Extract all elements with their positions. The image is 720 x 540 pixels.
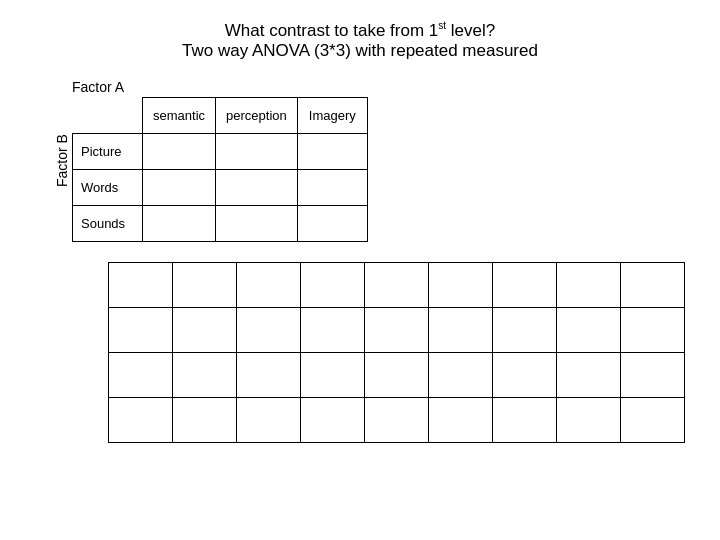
bottom-cell xyxy=(237,307,301,352)
bottom-cell xyxy=(301,307,365,352)
bottom-cell xyxy=(557,262,621,307)
bottom-cell xyxy=(173,397,237,442)
bottom-cell xyxy=(365,307,429,352)
bottom-cell xyxy=(429,397,493,442)
bottom-cell xyxy=(493,397,557,442)
bottom-cell xyxy=(109,397,173,442)
bottom-cell xyxy=(429,262,493,307)
top-section: Factor B Factor A semantic perception Im… xyxy=(50,79,700,242)
cell-picture-imagery xyxy=(297,133,367,169)
bottom-table xyxy=(108,262,685,443)
bottom-cell xyxy=(429,307,493,352)
row-label-words: Words xyxy=(73,169,143,205)
bottom-cell xyxy=(365,397,429,442)
cell-words-imagery xyxy=(297,169,367,205)
header-imagery: Imagery xyxy=(297,97,367,133)
table-corner xyxy=(73,97,143,133)
bottom-cell xyxy=(493,307,557,352)
row-label-picture: Picture xyxy=(73,133,143,169)
anova-table: semantic perception Imagery Picture Word… xyxy=(72,97,368,242)
bottom-cell xyxy=(557,307,621,352)
cell-words-semantic xyxy=(143,169,216,205)
bottom-cell xyxy=(301,397,365,442)
bottom-cell xyxy=(429,352,493,397)
header-perception: perception xyxy=(216,97,298,133)
bottom-cell xyxy=(365,262,429,307)
bottom-cell xyxy=(621,352,685,397)
table-row: Picture xyxy=(73,133,368,169)
bottom-cell xyxy=(557,352,621,397)
bottom-cell xyxy=(621,397,685,442)
bottom-cell xyxy=(237,352,301,397)
bottom-cell xyxy=(237,397,301,442)
cell-picture-semantic xyxy=(143,133,216,169)
top-table-wrapper: Factor A semantic perception Imagery Pic… xyxy=(72,79,368,242)
cell-words-perception xyxy=(216,169,298,205)
bottom-cell xyxy=(109,307,173,352)
table-row: Sounds xyxy=(73,205,368,241)
bottom-grid xyxy=(108,262,700,443)
bottom-cell xyxy=(493,262,557,307)
factor-a-label: Factor A xyxy=(72,79,368,95)
cell-sounds-imagery xyxy=(297,205,367,241)
bottom-cell xyxy=(621,262,685,307)
bottom-cell xyxy=(621,307,685,352)
title-area: What contrast to take from 1st level? Tw… xyxy=(20,20,700,61)
page-container: What contrast to take from 1st level? Tw… xyxy=(0,0,720,540)
bottom-cell xyxy=(109,352,173,397)
bottom-cell xyxy=(301,262,365,307)
cell-sounds-semantic xyxy=(143,205,216,241)
bottom-cell xyxy=(109,262,173,307)
factor-b-label: Factor B xyxy=(50,79,70,242)
row-label-sounds: Sounds xyxy=(73,205,143,241)
bottom-cell xyxy=(173,262,237,307)
bottom-cell xyxy=(237,262,301,307)
bottom-cell xyxy=(557,397,621,442)
table-row: Words xyxy=(73,169,368,205)
cell-sounds-perception xyxy=(216,205,298,241)
title-line1: What contrast to take from 1st level? xyxy=(20,20,700,41)
header-semantic: semantic xyxy=(143,97,216,133)
bottom-cell xyxy=(173,352,237,397)
bottom-cell xyxy=(493,352,557,397)
cell-picture-perception xyxy=(216,133,298,169)
bottom-cell xyxy=(365,352,429,397)
title-line2: Two way ANOVA (3*3) with repeated measur… xyxy=(20,41,700,61)
bottom-cell xyxy=(301,352,365,397)
bottom-cell xyxy=(173,307,237,352)
